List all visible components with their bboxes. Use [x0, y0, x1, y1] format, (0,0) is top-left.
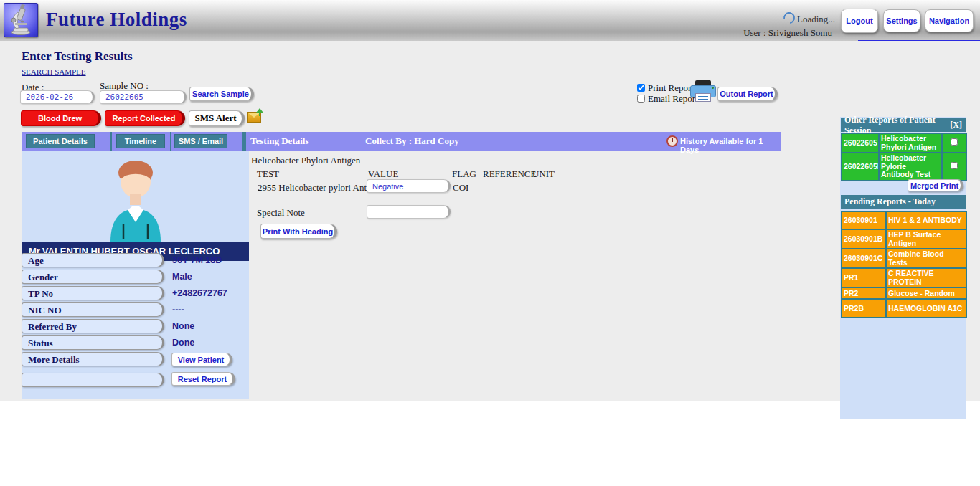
- pending-reports-header: Pending Reports - Today: [841, 195, 966, 209]
- report-name[interactable]: HIV 1 & 2 ANTIBODY: [886, 211, 966, 229]
- logout-button[interactable]: Logout: [841, 9, 878, 33]
- navigation-button[interactable]: Navigation: [925, 9, 974, 32]
- other-reports-header: Other Reports of Patient Session [X]: [841, 118, 966, 132]
- other-report-row[interactable]: 26022605B Helicobacter Pylorie Antibody …: [842, 153, 966, 181]
- field-label-age: Age: [22, 253, 164, 267]
- report-id[interactable]: PR2B: [842, 299, 886, 318]
- search-sample-button[interactable]: Search Sample: [189, 87, 254, 101]
- loading-label: Loading...: [797, 14, 835, 25]
- microscope-icon: [4, 3, 38, 37]
- field-label-empty: [22, 373, 164, 387]
- pending-report-row[interactable]: 26030901C Combine Blood Tests: [842, 249, 966, 268]
- testing-details-label: Testing Details: [250, 135, 309, 147]
- merged-print-button[interactable]: Merged Print: [908, 179, 963, 191]
- sms-alert-button[interactable]: SMS Alert: [189, 110, 245, 126]
- report-id[interactable]: 26022605: [842, 133, 879, 153]
- settings-button[interactable]: Settings: [883, 9, 920, 32]
- history-clock-icon: [666, 135, 678, 147]
- pending-report-row[interactable]: PR1 C REACTIVE PROTEIN: [842, 268, 966, 287]
- print-report-label: Print Report: [648, 82, 694, 94]
- section-divider: [242, 132, 246, 151]
- output-report-button[interactable]: Outout Report: [717, 87, 778, 101]
- date-input[interactable]: [20, 90, 95, 104]
- tab-separator: [170, 132, 171, 151]
- blood-drew-button[interactable]: Blood Drew: [21, 110, 101, 126]
- report-name[interactable]: HEP B Surface Antigen: [886, 229, 966, 249]
- app-header: Future Holdings Loading... User : Srivig…: [0, 0, 980, 42]
- section-tab-bar: Patient Details Timeline SMS / Email Tes…: [22, 132, 781, 151]
- page-title: Enter Testing Results: [22, 49, 133, 64]
- history-note: History Available for 1 Days: [680, 137, 781, 154]
- pending-report-row[interactable]: 26030901B HEP B Surface Antigen: [842, 229, 966, 249]
- report-id[interactable]: PR1: [842, 268, 886, 287]
- field-label-referred-by: Referred By: [22, 319, 164, 333]
- report-select-checkbox[interactable]: [951, 138, 958, 146]
- report-id[interactable]: PR2: [842, 287, 886, 299]
- field-label-more-details: More Details: [22, 352, 164, 366]
- field-value-age: 36Y 7M 18D: [172, 255, 222, 265]
- test-name: 2955 Helicobacter pylori Antigen: [258, 182, 382, 194]
- pending-reports-table: 26030901 HIV 1 & 2 ANTIBODY 26030901B HE…: [841, 211, 967, 318]
- patient-panel: Mr.VALENTIN HUBERT OSCAR LECLERCO Age 36…: [22, 151, 249, 399]
- tab-timeline[interactable]: Timeline: [116, 134, 165, 148]
- pending-reports-title: Pending Reports - Today: [844, 196, 936, 207]
- pending-report-row[interactable]: 26030901 HIV 1 & 2 ANTIBODY: [842, 211, 966, 229]
- sample-no-input[interactable]: [100, 90, 187, 104]
- field-value-nic-no: ----: [172, 305, 184, 315]
- report-name[interactable]: Glucose - Random: [886, 287, 966, 299]
- app-title: Future Holdings: [46, 9, 187, 31]
- app-window: Future Holdings Loading... User : Srivig…: [0, 0, 980, 486]
- report-id[interactable]: 26030901C: [842, 249, 886, 268]
- search-sample-link[interactable]: SEARCH SAMPLE: [22, 67, 86, 76]
- field-value-gender: Male: [172, 272, 192, 282]
- field-label-gender: Gender: [22, 270, 164, 284]
- close-icon[interactable]: [X]: [950, 120, 962, 130]
- pending-report-row[interactable]: PR2B HAEMOGLOBIN A1C: [842, 299, 966, 318]
- special-note-input[interactable]: [367, 205, 451, 219]
- email-report-checkbox[interactable]: [637, 95, 645, 103]
- reports-side-panel: Other Reports of Patient Session [X] 260…: [840, 117, 966, 419]
- report-name[interactable]: HAEMOGLOBIN A1C: [886, 299, 966, 318]
- test-value-input[interactable]: [367, 179, 451, 193]
- loading-spinner-icon: [781, 10, 797, 26]
- report-id[interactable]: 26022605B: [842, 153, 879, 181]
- pending-report-row[interactable]: PR2 Glucose - Random: [842, 287, 966, 299]
- report-id[interactable]: 26030901: [842, 211, 886, 229]
- report-name[interactable]: Helicobacter Pylorie Antibody Test: [879, 153, 942, 181]
- app-logo: [4, 3, 38, 37]
- field-label-nic-no: NIC NO: [22, 302, 164, 317]
- report-select-checkbox[interactable]: [951, 162, 958, 169]
- email-envelope-icon[interactable]: [247, 112, 261, 123]
- column-header-reference: REFERENCE: [483, 168, 536, 180]
- field-value-status: Done: [172, 338, 194, 348]
- column-header-flag: FLAG: [452, 168, 476, 180]
- column-header-value: VALUE: [368, 168, 398, 180]
- field-label-status: Status: [22, 335, 164, 350]
- view-patient-button[interactable]: View Patient: [171, 353, 232, 366]
- printer-icon: [690, 80, 716, 103]
- tab-patient-details[interactable]: Patient Details: [26, 134, 95, 148]
- field-value-tp-no: +2482672767: [172, 288, 227, 298]
- other-reports-table: 26022605 Helicobacter Phylori Antigen 26…: [841, 133, 967, 181]
- test-flag: COI: [453, 182, 468, 194]
- tab-separator: [110, 132, 112, 151]
- other-report-row[interactable]: 26022605 Helicobacter Phylori Antigen: [842, 133, 966, 153]
- report-name[interactable]: Helicobacter Phylori Antigen: [879, 133, 942, 153]
- special-note-label: Special Note: [257, 207, 305, 219]
- tab-sms-email[interactable]: SMS / Email: [174, 134, 227, 148]
- field-label-tp-no: TP No: [22, 286, 164, 300]
- print-report-checkbox[interactable]: [637, 84, 645, 92]
- column-header-unit: UNIT: [532, 168, 555, 180]
- report-name[interactable]: Combine Blood Tests: [886, 249, 966, 268]
- report-name[interactable]: C REACTIVE PROTEIN: [886, 268, 966, 287]
- user-label: User : Srivignesh Somu: [717, 27, 832, 39]
- reset-report-button[interactable]: Reset Report: [171, 372, 235, 386]
- collect-by-label: Collect By : Hard Copy: [365, 135, 459, 147]
- field-value-referred-by: None: [172, 321, 194, 331]
- patient-avatar: [90, 153, 181, 242]
- report-collected-button[interactable]: Report Collected: [105, 110, 185, 126]
- test-group-title: Helicobacter Phylori Antigen: [251, 155, 360, 166]
- column-header-test: TEST: [257, 168, 279, 180]
- print-with-heading-button[interactable]: Print With Heading: [260, 224, 337, 239]
- report-id[interactable]: 26030901B: [842, 229, 886, 249]
